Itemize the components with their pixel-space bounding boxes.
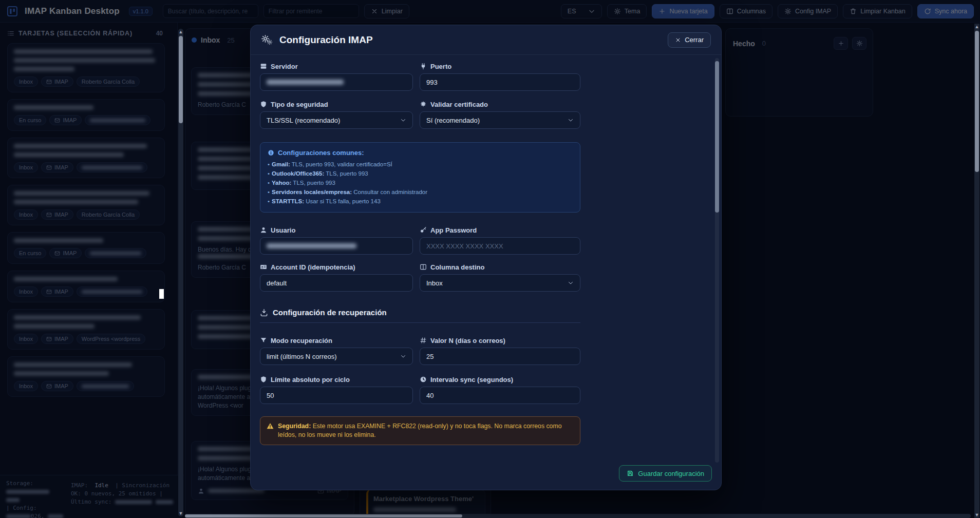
security-type-label: Tipo de seguridad <box>271 101 328 108</box>
recovery-mode-value: limit (últimos N correos) <box>267 353 337 360</box>
clock-icon <box>420 376 427 383</box>
board-horizontal-scrollbar[interactable] <box>185 514 971 518</box>
infobox-bullet: •Outlook/Office365: TLS, puerto 993 <box>268 169 573 178</box>
cycle-limit-label: Límite absoluto por ciclo <box>271 376 350 383</box>
infobox-heading: Configuraciones comunes: <box>278 149 364 157</box>
recovery-section-title: Configuración de recuperación <box>260 308 590 317</box>
info-icon <box>268 149 274 156</box>
recovery-mode-label: Modo recuperación <box>271 337 332 344</box>
scrollbar-thumb[interactable] <box>185 514 462 517</box>
value-n-label: Valor N (días o correos) <box>430 337 505 344</box>
chevron-down-icon <box>568 117 574 123</box>
validate-cert-select[interactable]: Sí (recomendado) <box>420 111 580 129</box>
text-cursor-artifact <box>159 289 164 299</box>
security-warning: Seguridad: Este motor usa EXAMINE + RFC8… <box>260 416 580 445</box>
scroll-up-arrow[interactable]: ▲ <box>974 24 979 29</box>
recovery-mode-select[interactable]: limit (últimos N correos) <box>260 348 413 365</box>
key-icon <box>420 226 427 234</box>
save-icon <box>627 470 634 477</box>
gears-icon <box>261 34 273 46</box>
infobox-bullet: •Gmail: TLS, puerto 993, validar certifi… <box>268 160 573 169</box>
scrollbar-thumb[interactable] <box>975 31 979 172</box>
scroll-down-arrow[interactable]: ▼ <box>974 512 979 517</box>
shield-icon <box>260 101 267 108</box>
server-icon <box>260 63 267 70</box>
security-type-select[interactable]: TLS/SSL (recomendado) <box>260 111 413 129</box>
app-window: IMAP Kanban Desktop v1.1.0 Limpiar ES Te… <box>0 0 980 518</box>
scrollbar-thumb[interactable] <box>179 36 183 123</box>
blurred-server-value <box>267 80 344 85</box>
chevron-down-icon <box>400 353 406 359</box>
user-icon <box>260 226 267 234</box>
target-column-label: Columna destino <box>430 263 484 271</box>
infobox-bullet: •Yahoo: TLS, puerto 993 <box>268 178 573 187</box>
scroll-up-arrow[interactable]: ▲ <box>178 29 183 34</box>
chevron-down-icon <box>400 117 406 123</box>
infobox-bullet: •Servidores locales/empresa: Consultar c… <box>268 187 573 197</box>
sync-interval-label: Intervalo sync (segundos) <box>430 376 513 383</box>
sync-interval-input[interactable] <box>420 387 580 404</box>
scroll-down-arrow[interactable]: ▼ <box>178 511 183 516</box>
sidebar-scrollbar[interactable]: ▲ ▼ <box>178 29 183 516</box>
app-password-input[interactable] <box>420 237 580 255</box>
account-id-input[interactable] <box>260 274 413 292</box>
filter-icon <box>260 337 267 344</box>
chevron-down-icon <box>568 280 574 286</box>
shield-icon <box>260 376 267 383</box>
infobox-bullet-list: •Gmail: TLS, puerto 993, validar certifi… <box>268 160 573 206</box>
validate-cert-value: Sí (recomendado) <box>426 117 480 124</box>
validate-cert-label: Validar certificado <box>430 101 488 108</box>
cycle-limit-input[interactable] <box>260 387 413 404</box>
save-config-button[interactable]: Guardar configuración <box>619 465 712 482</box>
columns-icon <box>420 263 427 271</box>
modal-header: Configuración IMAP Cerrar <box>251 25 721 55</box>
warning-icon <box>267 423 274 430</box>
id-card-icon <box>260 263 267 271</box>
user-input[interactable] <box>260 237 413 255</box>
blurred-user-value <box>267 243 356 248</box>
window-scrollbar[interactable]: ▲ ▼ <box>974 24 979 518</box>
hash-icon <box>420 337 427 344</box>
download-icon <box>260 309 268 317</box>
target-column-select[interactable]: Inbox <box>420 274 580 292</box>
modal-title: Configuración IMAP <box>279 34 373 46</box>
user-label: Usuario <box>271 226 295 234</box>
value-n-input[interactable] <box>420 348 580 365</box>
certificate-icon <box>420 101 427 108</box>
account-id-label: Account ID (idempotencia) <box>271 263 355 271</box>
modal-scrollbar[interactable] <box>715 58 719 463</box>
scrollbar-thumb[interactable] <box>715 61 719 213</box>
app-password-label: App Password <box>430 226 477 234</box>
port-input[interactable] <box>420 73 580 91</box>
server-input[interactable] <box>260 73 413 91</box>
server-label: Servidor <box>271 63 298 70</box>
target-column-value: Inbox <box>426 279 443 287</box>
save-config-label: Guardar configuración <box>638 470 704 477</box>
infobox-bullet: •STARTTLS: Usar si TLS falla, puerto 143 <box>268 197 573 206</box>
close-label: Cerrar <box>685 36 704 44</box>
security-type-value: TLS/SSL (recomendado) <box>267 117 340 124</box>
close-modal-button[interactable]: Cerrar <box>668 32 711 48</box>
common-configs-infobox: Configuraciones comunes: •Gmail: TLS, pu… <box>260 142 580 213</box>
modal-body: Servidor Puerto Tipo de seguridad Valida… <box>251 55 590 445</box>
config-imap-modal: Configuración IMAP Cerrar Servidor Puert… <box>250 25 722 490</box>
port-label: Puerto <box>430 63 451 70</box>
close-icon <box>675 37 681 43</box>
plug-icon <box>420 63 427 70</box>
